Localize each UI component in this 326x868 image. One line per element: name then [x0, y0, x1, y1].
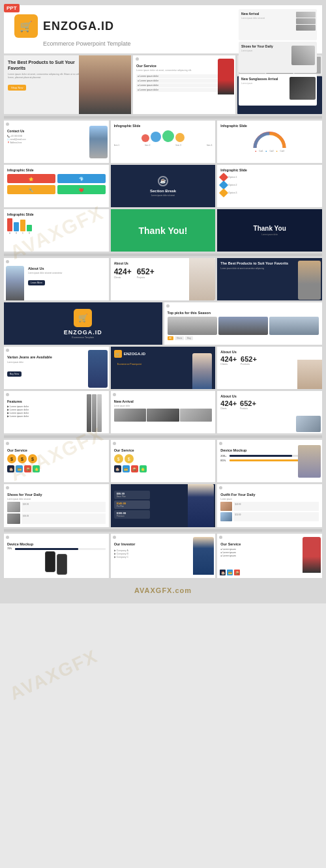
- infographic-label-1: Infographic Slide: [114, 124, 213, 128]
- cat-tab-1[interactable]: All: [168, 336, 173, 340]
- svc-icon-1: 🏠: [7, 465, 14, 472]
- slide-dot: [6, 393, 9, 396]
- coin-a: $: [114, 454, 123, 463]
- device-mockup-slide-1: Device Mockup 208+ 85%: [217, 440, 322, 482]
- hero-title: The Best Products to Suit Your Favorits: [8, 59, 80, 71]
- outfit-row1: $49.99: [220, 502, 319, 511]
- device-phones-label: Device Mockup: [7, 542, 106, 546]
- sep-4: [4, 529, 322, 532]
- hero-person-img: [79, 55, 131, 114]
- jeans-btn[interactable]: Buy Now: [7, 371, 22, 377]
- stat1-c: 424+: [220, 399, 237, 407]
- outfit-slide: Outfit For Your Daily Lorem ipsum $49.99…: [217, 484, 322, 527]
- about-stats-slide: About Us 424+ Clients 652+ Projects: [111, 258, 216, 300]
- about-btn[interactable]: Learn More: [28, 280, 45, 285]
- coin-2: $: [18, 454, 27, 463]
- slide-dot: [6, 349, 9, 352]
- pct1: 70%: [7, 547, 14, 550]
- mini-logo-text: ENZOGA.ID: [124, 352, 145, 356]
- investor-slide: Our Investor ▶ Company A ▶ Company B ▶ C…: [111, 534, 216, 578]
- phone-mockups: [7, 551, 106, 575]
- slide-dot: [6, 442, 9, 445]
- about-stats2-label: About Us: [220, 350, 319, 354]
- hero-cta[interactable]: Shop Now: [8, 85, 26, 91]
- service-person: [218, 59, 234, 94]
- diamond-items: Option 1 Option 2 Option 3: [220, 174, 319, 196]
- shoes-row: [114, 409, 213, 422]
- icon-2: 💎: [57, 174, 106, 183]
- outfit-img-1: [220, 502, 232, 511]
- brand-name-text: ENZOGA.ID: [43, 20, 114, 33]
- slide-dot: [6, 486, 9, 489]
- slide-dot: [219, 486, 222, 489]
- slide-dot: [113, 442, 116, 445]
- contact-person: [89, 126, 108, 158]
- slide-dot: [6, 123, 9, 126]
- infographic-diamond-label: Infographic Slide: [220, 168, 319, 172]
- infographic-diamond-slide: Infographic Slide Option 1 Option 2 Opti…: [217, 165, 322, 207]
- about-us-label: About Us: [28, 267, 106, 270]
- sunglasses-thumb: New Sunglasses Arrival Lorem ipsum: [239, 74, 317, 106]
- service-icon-row-2: 🏠 💳 📦 ⭐: [114, 465, 213, 472]
- circle-red: [141, 134, 149, 142]
- bar-1: [7, 218, 12, 231]
- thank-you-green-text: Thank You!: [139, 225, 188, 236]
- row-jeans-logo-about: Varian Jeans are Available Lorem ipsum d…: [4, 347, 322, 389]
- infographic-icons-slide: Infographic Slide ⭐ 💎 🔧 ❤️: [4, 165, 109, 207]
- row-infographic-section: Infographic Slide ⭐ 💎 🔧 ❤️ ☕ Section Bre…: [4, 165, 322, 207]
- new-arrival-thumb: New Arrival Lorem ipsum dolor sit amet: [239, 9, 317, 40]
- suit-person: [188, 484, 214, 527]
- bar-2: [14, 222, 19, 231]
- progress-bars: 70%: [7, 547, 106, 550]
- arch-labels: ■Cat1 ■Cat2 ■Cat3: [220, 150, 319, 152]
- svc-icon-3: 📦: [24, 465, 31, 472]
- diamond-3: [219, 188, 228, 197]
- section-break-slide: ☕ Section Break Lorem ipsum dolor sit am…: [111, 165, 216, 207]
- svc-icon-2: 💳: [16, 465, 23, 472]
- our-service-1: Our Service $ $ $ 🏠 💳 📦 ⭐: [4, 440, 109, 482]
- infographic-slide-1: Infographic Slide Item 1Item 2Item 3Item…: [111, 121, 216, 163]
- new-arrival-slide-label: New Arrival: [114, 399, 213, 403]
- bar-3: [20, 220, 25, 231]
- top-picks-products: [168, 317, 319, 335]
- header-thumb-col: New Arrival Lorem ipsum dolor sit amet S…: [239, 9, 317, 106]
- sep-2: [4, 253, 322, 256]
- row-thankyou: Infographic Slide A B C D: [4, 209, 322, 252]
- slide-dot: [219, 536, 222, 539]
- about-thumb-stats: 424+ Clients 652+ Products: [220, 399, 319, 410]
- row-about-products: About Us Lorem ipsum dolor sit amet cons…: [4, 258, 322, 300]
- hero-slide: The Best Products to Suit Your Favorits …: [4, 55, 131, 114]
- infographic-label-2: Infographic Slide: [220, 124, 319, 128]
- sunglass-placeholder: [296, 416, 321, 432]
- svc-icon-4: ⭐: [33, 465, 40, 472]
- price-card-1: $99.99 Basic Plan: [114, 491, 150, 499]
- stat1-b: 424+: [220, 355, 237, 363]
- best-products-slide: The Best Products to Suit Your Favorits …: [217, 258, 322, 300]
- cat-tab-2[interactable]: Shoes: [175, 336, 185, 340]
- service-coins-2: $ $: [114, 454, 213, 463]
- row-logo-toppicks: 🛒 ENZOGA.ID Ecommerce Template Top picks…: [4, 302, 322, 345]
- cat-tab-3[interactable]: Bag: [185, 336, 192, 340]
- stat1-num: 424+: [114, 267, 132, 276]
- circles-row: [114, 130, 213, 142]
- shoe-3: [180, 409, 213, 422]
- our-service-final: Our Service ● Lorem ipsum ● Lorem ipsum …: [217, 534, 322, 578]
- header-section: 🛒 ENZOGA.ID Ecommerce Powerpoint Templat…: [4, 5, 322, 53]
- shoe-card-2: [7, 514, 20, 524]
- coin-b: $: [125, 454, 134, 463]
- slide-dot: [219, 442, 222, 445]
- slide-dot: [113, 536, 116, 539]
- thank-you-green-slide: Thank You!: [111, 209, 216, 252]
- product-img-2: [218, 317, 268, 335]
- contact-slide: Contact Us 📞 +00 000 0000 ✉️ email@email…: [4, 121, 109, 163]
- arch-infographic: [220, 130, 319, 149]
- page-wrapper: PPT AVAXGFX AVAXGFX AVAXGFX 🛒 ENZOGA.ID …: [0, 0, 326, 603]
- outfit-row2: $59.99: [220, 512, 319, 521]
- shoe-card-row2: $39.99: [7, 514, 106, 524]
- circle-green: [162, 130, 174, 142]
- price-card-3: $199.99 Premium: [114, 510, 150, 519]
- our-service-2: Our Service $ $ 🏠 💳 📦 ⭐: [111, 440, 216, 482]
- coin-1: $: [7, 454, 16, 463]
- hanger-row: [87, 394, 108, 432]
- enzoga-logo-text: ENZOGA.ID: [64, 329, 102, 336]
